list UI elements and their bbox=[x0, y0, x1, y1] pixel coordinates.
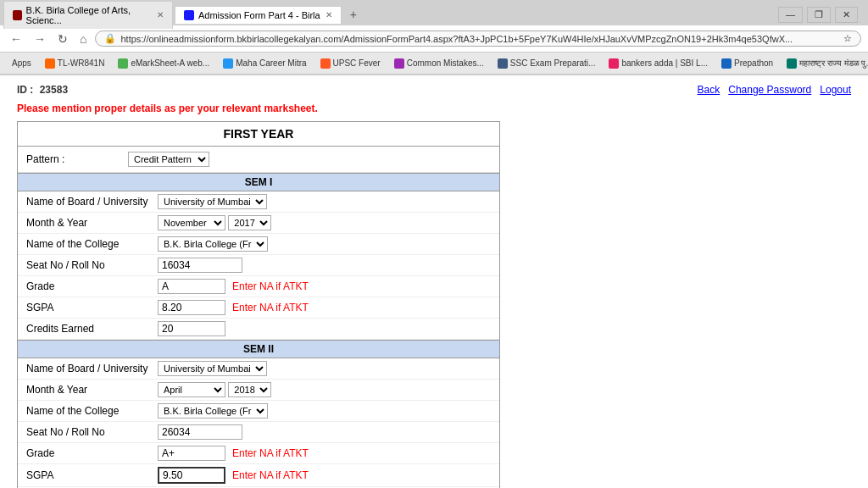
sem2-seat-row: Seat No / Roll No bbox=[18, 422, 499, 443]
url-text: https://onlineadmissionform.bkbirlacolle… bbox=[120, 34, 839, 44]
sem1-sgpa-input[interactable] bbox=[158, 300, 225, 315]
sem2-grade-input[interactable] bbox=[158, 446, 225, 461]
bookmark-ssc-icon bbox=[498, 58, 508, 69]
address-bar: ← → ↻ ⌂ 🔒 https://onlineadmissionform.bk… bbox=[0, 25, 868, 53]
new-tab-button[interactable]: + bbox=[343, 4, 364, 25]
sem1-credits-input[interactable] bbox=[158, 321, 225, 336]
bookmark-prep-icon bbox=[721, 58, 732, 69]
bookmark-maharastra[interactable]: महाराष्ट्र राज्य मंडळ पु... bbox=[782, 58, 868, 69]
id-value: 23583 bbox=[40, 84, 68, 96]
tab-bk[interactable]: B.K. Birla College of Arts, Scienc... ✕ bbox=[3, 1, 173, 29]
window-controls: — ❐ ✕ bbox=[778, 7, 865, 23]
sem1-sgpa-label: SGPA bbox=[26, 302, 158, 313]
bookmark-upsc-icon bbox=[320, 58, 331, 69]
sem2-college-select[interactable]: B.K. Birla College (Fr bbox=[158, 403, 268, 419]
sem2-grade-row: Grade Enter NA if ATKT bbox=[18, 443, 499, 464]
pattern-select[interactable]: Credit Pattern Grade Pattern Marks Patte… bbox=[128, 152, 209, 167]
sem2-month-label: Month & Year bbox=[26, 384, 158, 396]
page-header: ID : 23583 Back Change Password Logout bbox=[17, 84, 851, 96]
sem1-grade-input[interactable] bbox=[158, 279, 225, 294]
bookmark-apps-label: Apps bbox=[12, 58, 31, 68]
sem1-grade-row: Grade Enter NA if ATKT bbox=[18, 276, 499, 297]
bookmark-maha[interactable]: Maha Career Mitra bbox=[218, 58, 311, 69]
sem2-month-row: Month & Year JanuaryFebruaryMarchApril M… bbox=[18, 380, 499, 401]
form-container: FIRST YEAR Pattern : Credit Pattern Grad… bbox=[17, 121, 500, 488]
close-button[interactable]: ✕ bbox=[835, 7, 858, 23]
bookmark-ssc[interactable]: SSC Exam Preparati... bbox=[492, 58, 601, 69]
pattern-row: Pattern : Credit Pattern Grade Pattern M… bbox=[18, 147, 499, 173]
sem1-college-select[interactable]: B.K. Birla College (Fr bbox=[158, 236, 268, 252]
sem1-month-select[interactable]: JanuaryFebruaryMarchApril MayJuneJulyAug… bbox=[158, 215, 225, 230]
back-link[interactable]: Back bbox=[698, 84, 721, 96]
sem1-month-label: Month & Year bbox=[26, 217, 158, 229]
back-nav-button[interactable]: ← bbox=[7, 30, 25, 47]
sem1-college-label: Name of the College bbox=[26, 238, 158, 250]
bookmark-maharastra-label: महाराष्ट्र राज्य मंडळ पु... bbox=[799, 58, 868, 69]
reload-button[interactable]: ↻ bbox=[54, 30, 71, 47]
sem1-board-row: Name of Board / University University of… bbox=[18, 191, 499, 213]
bookmark-common[interactable]: Common Mistakes... bbox=[389, 58, 489, 69]
bookmark-upsc-label: UPSC Fever bbox=[333, 58, 381, 68]
bookmark-maha-icon bbox=[223, 58, 233, 69]
bookmark-common-label: Common Mistakes... bbox=[407, 58, 484, 68]
bookmark-em-icon bbox=[118, 58, 128, 69]
bookmark-prep-label: Prepathon bbox=[734, 58, 773, 68]
bookmark-em-label: eMarkSheet-A web... bbox=[131, 58, 209, 68]
forward-nav-button[interactable]: → bbox=[31, 30, 49, 47]
sem1-seat-label: Seat No / Roll No bbox=[26, 259, 158, 271]
sem2-college-label: Name of the College bbox=[26, 405, 158, 417]
sem2-header: SEM II bbox=[18, 340, 499, 358]
sem1-seat-input[interactable] bbox=[158, 258, 242, 273]
sem1-board-select[interactable]: University of Mumbai bbox=[158, 194, 267, 209]
tab-favicon-bk bbox=[13, 10, 22, 20]
maximize-button[interactable]: ❐ bbox=[807, 7, 831, 23]
sem2-month-select[interactable]: JanuaryFebruaryMarchApril MayJuneJulyAug… bbox=[158, 382, 225, 397]
bookmark-bankers-icon bbox=[609, 58, 619, 69]
sem1-credits-row: Credits Earned bbox=[18, 319, 499, 340]
star-icon[interactable]: ☆ bbox=[843, 33, 852, 44]
tab-bar: B.K. Birla College of Arts, Scienc... ✕ … bbox=[0, 0, 868, 25]
sem1-sgpa-note: Enter NA if ATKT bbox=[232, 302, 309, 313]
tab-bk-label: B.K. Birla College of Arts, Scienc... bbox=[26, 5, 152, 25]
page-content: ID : 23583 Back Change Password Logout P… bbox=[0, 75, 868, 488]
tab-bk-close[interactable]: ✕ bbox=[157, 10, 164, 19]
bookmark-maharastra-icon bbox=[787, 58, 797, 69]
sem2-board-row: Name of Board / University University of… bbox=[18, 358, 499, 380]
bookmark-upsc[interactable]: UPSC Fever bbox=[315, 58, 386, 69]
lock-icon: 🔒 bbox=[104, 33, 116, 44]
tab-admission-close[interactable]: ✕ bbox=[326, 10, 332, 19]
bookmark-tl[interactable]: TL-WR841N bbox=[40, 58, 110, 69]
first-year-header: FIRST YEAR bbox=[18, 122, 499, 147]
url-icons: ☆ bbox=[843, 33, 852, 44]
header-links: Back Change Password Logout bbox=[698, 84, 851, 96]
bookmark-bankers[interactable]: bankers adda | SBI L... bbox=[604, 58, 713, 69]
tab-admission-label: Admission Form Part 4 - Birla bbox=[198, 10, 320, 20]
change-password-link[interactable]: Change Password bbox=[728, 84, 811, 96]
sem1-sgpa-row: SGPA Enter NA if ATKT bbox=[18, 297, 499, 319]
sem2-sgpa-label: SGPA bbox=[26, 469, 158, 481]
sem1-college-row: Name of the College B.K. Birla College (… bbox=[18, 234, 499, 255]
sem2-board-select[interactable]: University of Mumbai bbox=[158, 361, 267, 376]
home-button[interactable]: ⌂ bbox=[76, 30, 90, 47]
sem2-year-select[interactable]: 201520162017201820192020 bbox=[228, 382, 271, 397]
sem2-sgpa-input[interactable] bbox=[158, 467, 225, 484]
bookmark-tl-label: TL-WR841N bbox=[58, 58, 105, 68]
tab-admission[interactable]: Admission Form Part 4 - Birla ✕ bbox=[175, 6, 342, 24]
sem1-grade-label: Grade bbox=[26, 280, 158, 292]
sem1-credits-label: Credits Earned bbox=[26, 323, 158, 335]
bookmark-prep[interactable]: Prepathon bbox=[716, 58, 778, 69]
bookmark-maha-label: Maha Career Mitra bbox=[236, 58, 306, 68]
sem1-month-row: Month & Year JanuaryFebruaryMarchApril M… bbox=[18, 213, 499, 234]
bookmark-ssc-label: SSC Exam Preparati... bbox=[510, 58, 596, 68]
url-box[interactable]: 🔒 https://onlineadmissionform.bkbirlacol… bbox=[95, 30, 861, 47]
logout-link[interactable]: Logout bbox=[820, 84, 851, 96]
bookmark-apps[interactable]: Apps bbox=[7, 58, 36, 69]
browser-chrome: B.K. Birla College of Arts, Scienc... ✕ … bbox=[0, 0, 868, 75]
sem1-year-select[interactable]: 201520162017201820192020 bbox=[228, 215, 271, 230]
bookmark-em[interactable]: eMarkSheet-A web... bbox=[113, 58, 214, 69]
sem2-board-label: Name of Board / University bbox=[26, 363, 158, 374]
minimize-button[interactable]: — bbox=[778, 7, 803, 23]
sem2-seat-input[interactable] bbox=[158, 424, 242, 440]
sem1-board-label: Name of Board / University bbox=[26, 196, 158, 208]
sem1-header: SEM I bbox=[18, 173, 499, 191]
